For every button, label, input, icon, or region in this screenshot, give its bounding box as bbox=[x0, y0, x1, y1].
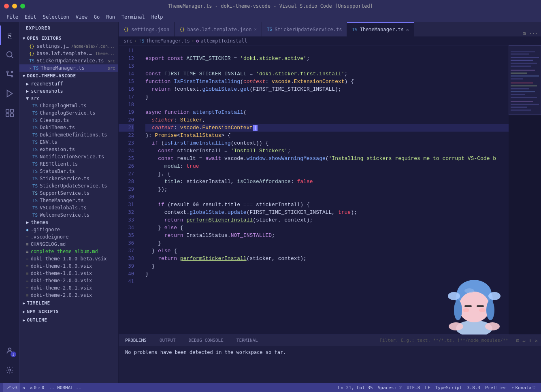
open-editor-path2: theme... bbox=[96, 51, 115, 56]
menu-go[interactable]: Go bbox=[91, 13, 103, 21]
spaces-status[interactable]: Spaces: 2 bbox=[375, 383, 405, 392]
open-editor-settings-json[interactable]: {} settings.json /home/alex/.con... bbox=[19, 43, 118, 50]
minimize-button[interactable] bbox=[12, 4, 17, 9]
more-actions-icon[interactable]: ··· bbox=[529, 31, 538, 36]
open-editor-theme-manager[interactable]: ✕ TS ThemeManager.ts src bbox=[19, 64, 118, 72]
file-vsix6[interactable]: ≡ doki-theme-2.0.2.vsix bbox=[19, 292, 118, 299]
line-ending-status[interactable]: LF bbox=[422, 383, 432, 392]
file-changelogservice[interactable]: TS ChangelogService.ts bbox=[19, 109, 118, 117]
formatter-status[interactable]: Prettier bbox=[483, 383, 509, 392]
sync-status[interactable]: ↻ bbox=[20, 383, 28, 392]
code-content[interactable]: export const ACTIVE_STICKER = 'doki.stic… bbox=[139, 45, 509, 334]
line-numbers: 1112131415 1617181920 21 2223242526 2728… bbox=[119, 45, 139, 334]
menu-run[interactable]: Run bbox=[103, 13, 118, 21]
file-vsix2[interactable]: ≡ doki-theme-1.0.0.vsix bbox=[19, 262, 118, 270]
menu-terminal[interactable]: Terminal bbox=[118, 13, 148, 21]
wrap-icon[interactable]: ↵ bbox=[522, 338, 525, 343]
file-vscodeglobals[interactable]: TS VSCodeGlobals.ts bbox=[19, 204, 118, 211]
file-vsix4[interactable]: ≡ doki-theme-2.0.0.vsix bbox=[19, 277, 118, 284]
breadcrumb-src[interactable]: src bbox=[124, 38, 132, 44]
tab-settings-json[interactable]: {} settings.json bbox=[119, 22, 175, 36]
file-welcomeservice[interactable]: TS WelcomeService.ts bbox=[19, 211, 118, 219]
file-thememanager[interactable]: TS ThemeManager.ts bbox=[19, 197, 118, 204]
file-changeloghtml[interactable]: TS ChangelogHtml.ts bbox=[19, 102, 118, 109]
breadcrumb-file[interactable]: ThemeManager.ts bbox=[146, 38, 190, 44]
maximize-button[interactable] bbox=[20, 4, 25, 9]
version-status[interactable]: 3.8.3 bbox=[464, 383, 483, 392]
tab-close-base-laf[interactable]: ✕ bbox=[254, 27, 257, 32]
menu-selection[interactable]: Selection bbox=[40, 13, 72, 21]
position-status[interactable]: Ln 21, Col 35 bbox=[336, 383, 375, 392]
filter-icon[interactable]: ⊟ bbox=[516, 338, 519, 343]
timeline-section[interactable]: ▶ TIMELINE bbox=[19, 299, 118, 307]
extensions-activity-icon[interactable] bbox=[0, 103, 19, 123]
folder-readmestuff[interactable]: ▶ readmeStuff bbox=[19, 80, 118, 87]
menu-view[interactable]: View bbox=[72, 13, 91, 21]
debug-activity-icon[interactable] bbox=[0, 84, 19, 103]
folder-screenshots[interactable]: ▶ screenshots bbox=[19, 87, 118, 95]
explorer-activity-icon[interactable]: ⎘ bbox=[0, 26, 19, 45]
folder-themes[interactable]: ▶ themes bbox=[19, 219, 118, 226]
source-control-activity-icon[interactable] bbox=[0, 64, 19, 84]
open-editors-section[interactable]: ▼ OPEN EDITORS bbox=[19, 34, 118, 43]
menu-edit[interactable]: Edit bbox=[21, 13, 40, 21]
file-complete-album[interactable]: ≡ complete_theme_album.md bbox=[19, 248, 118, 255]
account-activity-icon[interactable]: 1 bbox=[0, 341, 19, 360]
open-editor-base-laf[interactable]: {} base.laf.template.json theme... bbox=[19, 50, 118, 57]
tab-theme-manager[interactable]: TS ThemeManager.ts ✕ bbox=[347, 22, 414, 36]
panel-tab-terminal[interactable]: TERMINAL bbox=[230, 335, 264, 346]
filename-dokithemedefs: DokiThemeDefinitions.ts bbox=[40, 132, 115, 138]
file-dokitheme[interactable]: TS DokiTheme.ts bbox=[19, 124, 118, 131]
encoding-status[interactable]: UTF-8 bbox=[404, 383, 422, 392]
file-dokithemedefs[interactable]: TS DokiThemeDefinitions.ts bbox=[19, 131, 118, 138]
breadcrumb-function[interactable]: attemptToInstall bbox=[200, 38, 247, 44]
ts-icon14: TS bbox=[32, 198, 38, 203]
file-vsix5[interactable]: ≡ doki-theme-2.0.1.vsix bbox=[19, 284, 118, 292]
character-status[interactable]: ↑ Konata ♡ bbox=[509, 383, 538, 392]
npm-scripts-section[interactable]: ▶ NPM SCRIPTS bbox=[19, 307, 118, 316]
file-cleanup[interactable]: TS Cleanup.ts bbox=[19, 117, 118, 124]
file-extension[interactable]: TS extension.ts bbox=[19, 146, 118, 153]
search-activity-icon[interactable] bbox=[0, 45, 19, 64]
md-icon: ≡ bbox=[26, 242, 29, 247]
file-vsix3[interactable]: ≡ doki-theme-1.0.1.vsix bbox=[19, 270, 118, 277]
file-gitignore[interactable]: ◆ .gitignore bbox=[19, 226, 118, 233]
file-notificationservice[interactable]: TS NotificationService.ts bbox=[19, 153, 118, 160]
language-status[interactable]: TypeScript bbox=[433, 383, 464, 392]
tab-close-theme-manager[interactable]: ✕ bbox=[406, 27, 409, 32]
git-branch-status[interactable]: ⎇ v3 bbox=[3, 383, 20, 392]
version-label: 3.8.3 bbox=[467, 385, 480, 390]
file-statusbar[interactable]: TS StatusBar.ts bbox=[19, 168, 118, 175]
tab-base-laf[interactable]: {} base.laf.template.json ✕ bbox=[175, 22, 262, 36]
menu-help[interactable]: Help bbox=[148, 13, 166, 21]
settings-activity-icon[interactable] bbox=[0, 360, 19, 380]
panel-tab-problems[interactable]: PROBLEMS bbox=[119, 335, 153, 346]
window-controls[interactable] bbox=[4, 4, 25, 9]
project-section[interactable]: ▼ DOKI-THEME-VSCODE bbox=[19, 72, 118, 80]
open-editor-sticker-update[interactable]: TS StickerUpdateService.ts src bbox=[19, 57, 118, 64]
errors-status[interactable]: ✕ 0 ⚠ 0 bbox=[28, 383, 47, 392]
character-label: Konata bbox=[515, 385, 532, 390]
menu-file[interactable]: File bbox=[3, 13, 21, 21]
folder-src[interactable]: ▼ src bbox=[19, 95, 118, 102]
split-editor-icon[interactable]: ⊞ bbox=[523, 31, 526, 36]
file-supportservice[interactable]: TS SupportService.ts bbox=[19, 190, 118, 197]
file-stickerservice[interactable]: TS StickerService.ts bbox=[19, 175, 118, 182]
expand-icon[interactable]: ⬆ bbox=[529, 338, 532, 343]
close-button[interactable] bbox=[4, 4, 9, 9]
error-icon: ✕ bbox=[30, 385, 33, 390]
file-restclient[interactable]: TS RESTClient.ts bbox=[19, 160, 118, 168]
sidebar-title: EXPLORER bbox=[19, 22, 118, 34]
code-line-11 bbox=[145, 47, 509, 55]
file-vsix1[interactable]: ≡ doki-theme-1.0.0-beta.vsix bbox=[19, 255, 118, 262]
file-vscodeignore[interactable]: ≡ .vscodeignore bbox=[19, 233, 118, 241]
outline-section[interactable]: ▶ OUTLINE bbox=[19, 316, 118, 324]
file-env[interactable]: TS ENV.ts bbox=[19, 138, 118, 146]
panel-tab-debug[interactable]: DEBUG CONSOLE bbox=[182, 335, 230, 346]
code-editor[interactable]: 1112131415 1617181920 21 2223242526 2728… bbox=[119, 45, 541, 334]
panel-tab-output[interactable]: OUTPUT bbox=[153, 335, 182, 346]
file-changelog[interactable]: ≡ CHANGELOG.md bbox=[19, 241, 118, 248]
close-panel-icon[interactable]: ✕ bbox=[535, 338, 538, 343]
tab-sticker-update[interactable]: TS StickerUpdateService.ts bbox=[262, 22, 347, 36]
file-stickerupdateservice[interactable]: TS StickerUpdateService.ts bbox=[19, 182, 118, 190]
